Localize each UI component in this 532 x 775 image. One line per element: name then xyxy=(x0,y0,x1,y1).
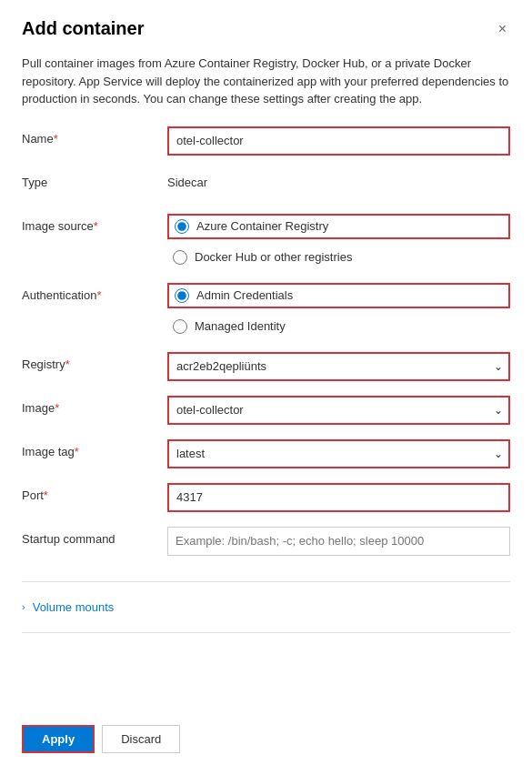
docker-label: Docker Hub or other registries xyxy=(195,250,352,264)
auth-managed-radio[interactable] xyxy=(173,319,187,334)
port-row: Port* xyxy=(22,483,510,512)
acr-label: Azure Container Registry xyxy=(196,219,328,233)
port-label: Port* xyxy=(22,483,167,502)
registry-select-wrapper: acr2eb2qepliünts ⌄ xyxy=(167,352,510,381)
type-label: Type xyxy=(22,170,167,189)
name-input[interactable] xyxy=(167,126,510,156)
image-select-wrapper: otel-collector ⌄ xyxy=(167,396,510,425)
close-button[interactable]: × xyxy=(495,18,510,40)
discard-button[interactable]: Discard xyxy=(102,725,180,753)
startup-command-row: Startup command xyxy=(22,527,510,556)
port-input[interactable] xyxy=(167,483,510,512)
divider xyxy=(22,581,510,582)
name-row: Name* xyxy=(22,126,510,156)
image-label: Image* xyxy=(22,396,167,415)
volume-mounts-label: Volume mounts xyxy=(33,600,115,614)
startup-command-label: Startup command xyxy=(22,527,167,546)
add-container-dialog: Add container × Pull container images fr… xyxy=(0,0,532,775)
name-control xyxy=(167,126,510,156)
registry-label: Registry* xyxy=(22,352,167,371)
registry-select[interactable]: acr2eb2qepliünts xyxy=(167,352,510,381)
auth-admin-option[interactable]: Admin Credentials xyxy=(167,283,510,308)
dialog-title: Add container xyxy=(22,18,144,39)
image-tag-label: Image tag* xyxy=(22,439,167,458)
authentication-label: Authentication* xyxy=(22,283,167,302)
image-tag-select[interactable]: latest xyxy=(167,439,510,468)
admin-creds-label: Admin Credentials xyxy=(196,288,293,302)
image-source-acr-option[interactable]: Azure Container Registry xyxy=(167,214,510,239)
authentication-row: Authentication* Admin Credentials Manage… xyxy=(22,283,510,337)
image-source-docker-radio[interactable] xyxy=(173,250,187,265)
footer: Apply Discard xyxy=(22,710,510,753)
apply-button[interactable]: Apply xyxy=(22,725,95,753)
image-tag-select-wrapper: latest ⌄ xyxy=(167,439,510,468)
dialog-description: Pull container images from Azure Contain… xyxy=(22,55,510,108)
auth-managed-option[interactable]: Managed Identity xyxy=(167,316,510,337)
type-value: Sidecar xyxy=(167,170,510,189)
footer-divider xyxy=(22,632,510,633)
image-tag-row: Image tag* latest ⌄ xyxy=(22,439,510,468)
type-row: Type Sidecar xyxy=(22,170,510,199)
image-source-docker-option[interactable]: Docker Hub or other registries xyxy=(167,247,510,268)
volume-mounts-row[interactable]: › Volume mounts xyxy=(22,593,510,621)
managed-identity-label: Managed Identity xyxy=(195,319,286,333)
image-source-acr-radio[interactable] xyxy=(175,219,189,234)
image-row: Image* otel-collector ⌄ xyxy=(22,396,510,425)
name-label: Name* xyxy=(22,126,167,146)
image-select[interactable]: otel-collector xyxy=(167,396,510,425)
image-source-label: Image source* xyxy=(22,214,167,233)
image-source-row: Image source* Azure Container Registry D… xyxy=(22,214,510,268)
dialog-header: Add container × xyxy=(22,18,510,40)
auth-admin-radio[interactable] xyxy=(175,288,189,303)
startup-command-input[interactable] xyxy=(167,527,510,556)
volume-mounts-chevron-icon: › xyxy=(22,601,25,612)
registry-row: Registry* acr2eb2qepliünts ⌄ xyxy=(22,352,510,381)
